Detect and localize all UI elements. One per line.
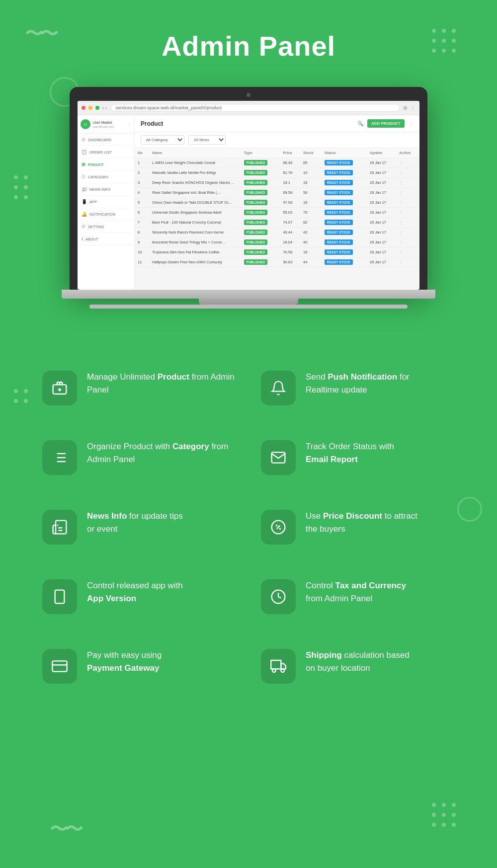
svg-point-14 bbox=[280, 529, 280, 529]
sidebar-item-dashboard[interactable]: ⊞ DASHBOARD bbox=[78, 134, 134, 146]
cell-action[interactable]: ⋮ bbox=[396, 257, 419, 267]
cell-status: READY STOCK bbox=[322, 178, 367, 188]
sidebar-label-category: CATEGORY bbox=[88, 175, 108, 179]
table-row: 5 Oreos Oreo Heads or Tails DOUBLE STUF … bbox=[135, 198, 419, 208]
cell-status: READY STOCK bbox=[322, 198, 367, 208]
feature-icon-notification bbox=[261, 371, 296, 405]
laptop-stand bbox=[199, 299, 298, 305]
items-filter[interactable]: 20 Items bbox=[188, 135, 226, 145]
cell-price: 47.93 bbox=[280, 198, 300, 208]
cell-action[interactable]: ⋮ bbox=[396, 188, 419, 198]
col-status: Status bbox=[322, 148, 367, 158]
cell-name: Ancestral Roots Seed Trilogy Mix + Cocon… bbox=[149, 237, 241, 247]
cell-price: 16.04 bbox=[280, 237, 300, 247]
sidebar-item-about[interactable]: ℹ ABOUT bbox=[78, 233, 134, 245]
cell-action[interactable]: ⋮ bbox=[396, 178, 419, 188]
admin-header: Product 🔍 ADD PRODUCT ⋮ bbox=[135, 115, 419, 132]
cell-type: PUBLISHED bbox=[241, 247, 280, 257]
cell-action[interactable]: ⋮ bbox=[396, 218, 419, 228]
sidebar-item-orderlist[interactable]: 📋 ORDER LIST bbox=[78, 146, 134, 158]
laptop-screen: ‹ › services.dream-space.web.id/market_p… bbox=[78, 101, 419, 290]
svg-marker-20 bbox=[281, 664, 285, 669]
cell-type: PUBLISHED bbox=[241, 178, 280, 188]
deco-circle-right bbox=[457, 497, 482, 522]
cell-action[interactable]: ⋮ bbox=[396, 168, 419, 178]
sidebar-item-notification[interactable]: 🔔 NOTIFICATION bbox=[78, 208, 134, 221]
feature-description-email: Track Order Status withEmail Report bbox=[306, 440, 394, 466]
browser-back[interactable]: ‹ › bbox=[102, 105, 107, 111]
deco-dots-leftmid bbox=[12, 174, 29, 201]
feature-description-product: Manage Unlimited Product from Admin Pane… bbox=[87, 371, 236, 396]
cell-status: READY STOCK bbox=[322, 218, 367, 228]
cell-price: 70.58 bbox=[280, 247, 300, 257]
sidebar-item-app[interactable]: 📱 APP bbox=[78, 196, 134, 208]
cell-update: 29 Jan 17 bbox=[367, 168, 396, 178]
svg-point-22 bbox=[281, 669, 284, 672]
feature-description-category: Organize Product with Category from Admi… bbox=[87, 440, 236, 466]
cell-status: READY STOCK bbox=[322, 237, 367, 247]
cell-action[interactable]: ⋮ bbox=[396, 208, 419, 218]
table-row: 3 Deep River Snacks HONCHOS Organic Nach… bbox=[135, 178, 419, 188]
product-table: No Name Type Price Stock Status Update A… bbox=[135, 148, 419, 267]
feature-text-news: News Info for update tipsor event bbox=[87, 510, 183, 535]
category-filter[interactable]: All Category bbox=[141, 135, 184, 145]
cell-name: L-MEN Lose Weight Chocolate Cereal bbox=[149, 158, 241, 168]
cell-update: 29 Jan 17 bbox=[367, 237, 396, 247]
cell-name: Universal Studio Singapore Sentosa Adult bbox=[149, 208, 241, 218]
browser-settings-icon[interactable]: ⚙ bbox=[403, 105, 408, 111]
feature-description-discount: Use Price Discount to attractthe buyers bbox=[306, 510, 417, 535]
laptop-base bbox=[62, 290, 435, 299]
cell-action[interactable]: ⋮ bbox=[396, 228, 419, 237]
cell-stock: 10 bbox=[300, 168, 322, 178]
feature-description-shipping: Shipping calculation basedon buyer locat… bbox=[306, 649, 410, 674]
sidebar-item-product[interactable]: ⊞ PODUCT bbox=[78, 158, 134, 171]
cell-action[interactable]: ⋮ bbox=[396, 158, 419, 168]
admin-layout: U User Market user@mail.com ⋮ ⊞ DASHBOAR… bbox=[78, 115, 419, 289]
cell-type: PUBLISHED bbox=[241, 237, 280, 247]
features-section: Manage Unlimited Product from Admin Pane… bbox=[0, 338, 497, 716]
table-row: 8 Sincerely Nuts Ranch Flavored Corn Ker… bbox=[135, 228, 419, 237]
cell-no: 9 bbox=[135, 237, 149, 247]
cell-update: 29 Jan 17 bbox=[367, 228, 396, 237]
browser-menu-icon[interactable]: ⋮ bbox=[411, 105, 415, 111]
svg-point-21 bbox=[272, 669, 276, 672]
cell-stock: 42 bbox=[300, 228, 322, 237]
cell-name: Oreos Oreo Heads or Tails DOUBLE STUF Or… bbox=[149, 198, 241, 208]
col-price: Price bbox=[280, 148, 300, 158]
cell-action[interactable]: ⋮ bbox=[396, 247, 419, 257]
col-update: Update bbox=[367, 148, 396, 158]
cell-action[interactable]: ⋮ bbox=[396, 237, 419, 247]
cell-update: 29 Jan 17 bbox=[367, 178, 396, 188]
cell-name: Bare Fruit - 100 Natural Crunchy Coconut bbox=[149, 218, 241, 228]
table-scroll[interactable]: No Name Type Price Stock Status Update A… bbox=[135, 148, 419, 289]
feature-item-notification: Send Push Notification forRealtime updat… bbox=[248, 353, 467, 423]
browser-dot-yellow bbox=[88, 106, 92, 110]
col-action: Action bbox=[396, 148, 419, 158]
add-product-button[interactable]: ADD PRODUCT bbox=[367, 119, 405, 128]
cell-update: 29 Jan 17 bbox=[367, 247, 396, 257]
cell-status: READY STOCK bbox=[322, 247, 367, 257]
sidebar-item-category[interactable]: ☰ CATEGORY bbox=[78, 171, 134, 183]
browser-url[interactable]: services.dream-space.web.id/market_panel… bbox=[111, 104, 400, 112]
more-options-icon[interactable]: ⋮ bbox=[409, 121, 414, 126]
newsinfo-icon: 📰 bbox=[82, 187, 87, 192]
notification-icon: 🔔 bbox=[82, 212, 87, 217]
svg-point-13 bbox=[276, 525, 277, 526]
sidebar-item-setting[interactable]: ⚙ SETTING bbox=[78, 221, 134, 233]
feature-text-shipping: Shipping calculation basedon buyer locat… bbox=[306, 649, 410, 674]
search-icon[interactable]: 🔍 bbox=[357, 121, 363, 126]
cell-type: PUBLISHED bbox=[241, 208, 280, 218]
cell-no: 2 bbox=[135, 168, 149, 178]
svg-rect-15 bbox=[55, 590, 65, 604]
laptop-section: ‹ › services.dream-space.web.id/market_p… bbox=[0, 77, 497, 338]
sidebar-item-newsinfo[interactable]: 📰 NEWS INFO bbox=[78, 183, 134, 196]
cell-type: PUBLISHED bbox=[241, 188, 280, 198]
cell-name: River Safari Singapore incl. Boat Ride (… bbox=[149, 188, 241, 198]
setting-icon: ⚙ bbox=[82, 224, 85, 229]
cell-stock: 56 bbox=[300, 188, 322, 198]
cell-status: READY STOCK bbox=[322, 188, 367, 198]
cell-action[interactable]: ⋮ bbox=[396, 198, 419, 208]
sidebar-menu-dots[interactable]: ⋮ bbox=[127, 122, 131, 127]
cell-name: Sincerely Nuts Ranch Flavored Corn Kerne bbox=[149, 228, 241, 237]
cell-no: 10 bbox=[135, 247, 149, 257]
